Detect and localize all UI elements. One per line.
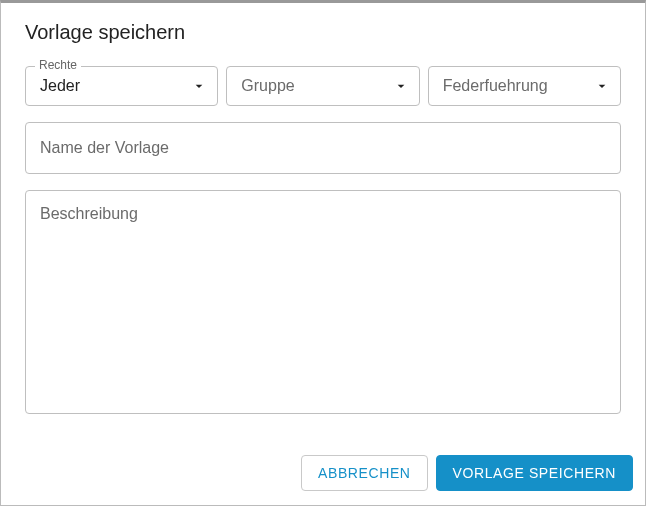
chevron-down-icon	[191, 78, 207, 94]
save-button[interactable]: Vorlage speichern	[436, 455, 633, 491]
cancel-button[interactable]: Abbrechen	[301, 455, 428, 491]
rights-field: Rechte Jeder	[25, 66, 218, 106]
chevron-down-icon	[393, 78, 409, 94]
group-field: Gruppe	[226, 66, 419, 106]
select-row: Rechte Jeder Gruppe Feder	[25, 66, 621, 106]
group-select[interactable]: Gruppe	[226, 66, 419, 106]
rights-value: Jeder	[40, 77, 80, 95]
rights-select[interactable]: Jeder	[25, 66, 218, 106]
lead-placeholder: Federfuehrung	[443, 77, 548, 95]
lead-field: Federfuehrung	[428, 66, 621, 106]
group-placeholder: Gruppe	[241, 77, 294, 95]
dialog-title: Vorlage speichern	[1, 3, 645, 54]
dialog-actions: Abbrechen Vorlage speichern	[1, 443, 645, 505]
description-input[interactable]	[25, 190, 621, 414]
save-template-dialog: Vorlage speichern Rechte Jeder Gruppe	[0, 0, 646, 506]
rights-label: Rechte	[35, 58, 81, 72]
chevron-down-icon	[594, 78, 610, 94]
description-field	[25, 190, 621, 418]
lead-select[interactable]: Federfuehrung	[428, 66, 621, 106]
name-field	[25, 122, 621, 174]
template-name-input[interactable]	[25, 122, 621, 174]
dialog-content: Rechte Jeder Gruppe Feder	[1, 54, 645, 443]
